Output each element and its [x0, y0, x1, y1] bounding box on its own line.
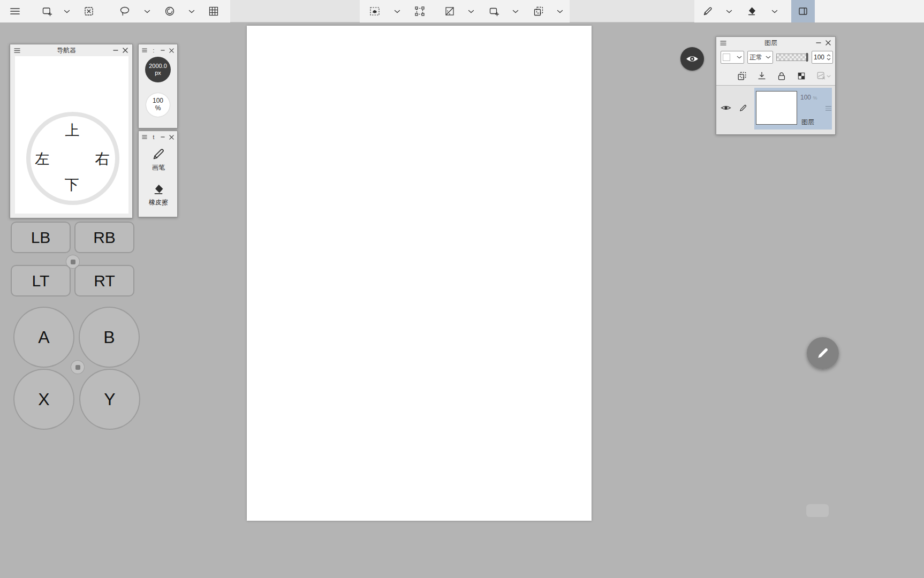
lock-layer-button[interactable]: [776, 70, 787, 82]
slider-handle[interactable]: [806, 53, 808, 62]
top-toolbar: [0, 0, 924, 22]
close-button[interactable]: [168, 133, 175, 141]
hamburger-icon: [720, 41, 726, 45]
gamepad-face-handle[interactable]: [71, 360, 85, 374]
copy-layers-icon: [533, 6, 544, 17]
drawing-canvas[interactable]: [247, 26, 592, 521]
side-panel-toggle-button[interactable]: [791, 0, 815, 22]
close-button[interactable]: [824, 39, 832, 47]
gamepad-button-rb[interactable]: RB: [74, 222, 134, 253]
layer-visibility-toggle[interactable]: [721, 104, 731, 113]
duplicate-icon: [737, 71, 747, 81]
panel-menu-button[interactable]: [141, 47, 148, 54]
chevron-down-icon: [468, 10, 474, 13]
marquee-select-button[interactable]: [364, 0, 385, 22]
layer-type-dropdown[interactable]: [721, 51, 744, 64]
layers-titlebar[interactable]: 图层: [716, 37, 835, 49]
transform-tool-button[interactable]: [409, 0, 430, 22]
navigator-titlebar[interactable]: 导航器: [10, 44, 132, 56]
layer-opacity-label: 100 %: [800, 94, 817, 101]
marquee-select-dropdown[interactable]: [391, 0, 404, 22]
layers-panel: 图层 正常 100: [716, 36, 836, 135]
layer-opacity-spinner[interactable]: 100: [812, 51, 833, 64]
layer-thumbnail[interactable]: [756, 91, 797, 125]
brush-tool-button[interactable]: [697, 0, 718, 22]
gamepad-button-y[interactable]: Y: [79, 369, 140, 430]
close-button[interactable]: [168, 47, 175, 54]
blend-mode-dropdown[interactable]: 正常: [747, 51, 773, 64]
eraser-tool-dropdown[interactable]: [768, 0, 781, 22]
eraser-icon: [746, 6, 757, 17]
smudge-icon: [164, 6, 175, 17]
minimize-icon: [161, 136, 165, 138]
gamepad-button-a[interactable]: A: [13, 307, 74, 368]
pencil-icon: [739, 104, 747, 112]
dpad-down-button[interactable]: 下: [65, 175, 79, 194]
lasso-icon: [119, 6, 130, 17]
brush-tool-dropdown[interactable]: [723, 0, 736, 22]
gamepad-button-lb[interactable]: LB: [11, 222, 71, 253]
gamepad-button-b[interactable]: B: [79, 307, 140, 368]
eraser-tool-button[interactable]: [741, 0, 762, 22]
alpha-lock-button[interactable]: [796, 70, 807, 82]
gamepad-lt-label: LT: [32, 272, 50, 290]
dpad-right-button[interactable]: 右: [95, 149, 110, 169]
shape-tool-button[interactable]: [483, 0, 505, 22]
gamepad-x-label: X: [38, 390, 49, 409]
main-menu-button[interactable]: [4, 0, 26, 22]
toggle-ui-visibility-button[interactable]: [680, 47, 704, 71]
panel-menu-button[interactable]: [141, 133, 148, 141]
minimize-button[interactable]: [159, 47, 166, 54]
gamepad-button-lt[interactable]: LT: [11, 265, 71, 296]
layer-edit-indicator[interactable]: [739, 104, 747, 115]
draw-mode-fab[interactable]: [807, 337, 839, 369]
dpad-left-button[interactable]: 左: [35, 149, 50, 169]
gradient-icon: [444, 6, 455, 17]
brush-size-panel: : 2000.0 px 100 %: [138, 44, 178, 128]
minimize-icon: [161, 49, 165, 51]
zoom-indicator[interactable]: 100 %: [146, 93, 170, 117]
minimize-button[interactable]: [815, 39, 822, 47]
navigator-title: 导航器: [23, 46, 110, 55]
smudge-tool-dropdown[interactable]: [185, 0, 198, 22]
gamepad-lb-label: LB: [31, 229, 51, 247]
smudge-tool-button[interactable]: [159, 0, 180, 22]
panel-menu-button[interactable]: [13, 47, 21, 54]
gamepad-button-rt[interactable]: RT: [74, 265, 134, 296]
minimize-button[interactable]: [112, 47, 119, 54]
selection-tool-dropdown[interactable]: [60, 0, 73, 22]
gamepad-shoulder-handle[interactable]: [66, 255, 80, 269]
copy-paste-dropdown[interactable]: [554, 0, 566, 22]
marquee-selection-icon: [369, 6, 380, 17]
minimize-button[interactable]: [159, 133, 166, 141]
brush-size-indicator[interactable]: 2000.0 px: [145, 57, 171, 82]
hamburger-icon: [10, 7, 20, 15]
quick-brush-button[interactable]: 画笔: [139, 147, 178, 172]
lasso-tool-button[interactable]: [114, 0, 135, 22]
layer-drag-handle[interactable]: [825, 105, 831, 112]
panel-menu-button[interactable]: [719, 39, 727, 47]
new-selection-tool-button[interactable]: [36, 0, 58, 22]
side-panel-icon: [798, 6, 808, 17]
size-panel-titlebar[interactable]: :: [139, 44, 177, 56]
copy-paste-button[interactable]: [528, 0, 549, 22]
gradient-tool-button[interactable]: [439, 0, 460, 22]
duplicate-layer-button[interactable]: [736, 70, 748, 82]
dpad-up-button[interactable]: 上: [65, 121, 80, 140]
close-button[interactable]: [122, 47, 129, 54]
deselect-button[interactable]: [78, 0, 100, 22]
gradient-tool-dropdown[interactable]: [465, 0, 478, 22]
gamepad-button-x[interactable]: X: [13, 369, 74, 430]
clear-adjustment-button[interactable]: [815, 70, 831, 82]
quick-eraser-button[interactable]: 橡皮擦: [139, 183, 178, 207]
rect-add-icon: [42, 6, 52, 17]
tools-panel-titlebar[interactable]: t: [139, 131, 177, 143]
lasso-tool-dropdown[interactable]: [141, 0, 154, 22]
navigator-preview[interactable]: 上 左 右 下: [15, 56, 128, 214]
merge-down-button[interactable]: [756, 70, 768, 82]
shape-tool-dropdown[interactable]: [509, 0, 522, 22]
tools-panel-title: t: [149, 134, 158, 140]
spinner-arrows-icon: [827, 54, 831, 60]
layer-opacity-slider[interactable]: [776, 54, 808, 61]
grid-toggle-button[interactable]: [203, 0, 224, 22]
